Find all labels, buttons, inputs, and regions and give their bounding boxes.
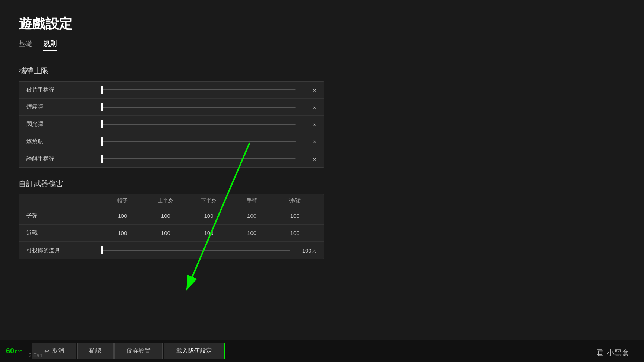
throwable-slider-container[interactable]	[101, 250, 290, 251]
decoy-slider-track-container[interactable]	[101, 158, 296, 159]
molotov-track	[101, 141, 296, 142]
header-empty	[26, 197, 101, 204]
grenade-slider-track-container[interactable]	[101, 89, 296, 90]
tab-rules[interactable]: 規則	[43, 39, 57, 51]
grenade-label: 破片手榴彈	[26, 86, 101, 93]
confirm-label: 確認	[89, 347, 101, 355]
melee-upper[interactable]: 100	[144, 230, 187, 236]
smoke-thumb[interactable]	[101, 103, 103, 111]
flash-label: 閃光彈	[26, 121, 101, 128]
bottom-bar: 60 FPS ↩ 取消 確認 儲存設置 載入隊伍設定 ⧉ 小黑盒	[0, 340, 644, 362]
smoke-track	[101, 107, 296, 108]
confirm-button[interactable]: 確認	[77, 343, 114, 359]
header-upper: 上半身	[144, 197, 187, 204]
header-hat: 帽子	[101, 197, 144, 204]
damage-header: 帽子 上半身 下半身 手臂 褲/裙	[19, 194, 324, 207]
decoy-label: 誘餌手榴彈	[26, 155, 101, 162]
decoy-value: ∞	[302, 156, 316, 162]
throwable-thumb[interactable]	[101, 246, 103, 254]
tab-basic[interactable]: 基礎	[19, 39, 32, 51]
bottom-buttons: ↩ 取消 確認 儲存設置 載入隊伍設定	[32, 343, 225, 359]
load-team-label: 載入隊伍設定	[176, 347, 212, 355]
flash-track	[101, 124, 296, 125]
slider-row-flash: 閃光彈 ∞	[19, 116, 324, 133]
fps-label: FPS	[15, 350, 22, 354]
smoke-label: 煙霧彈	[26, 104, 101, 111]
bullet-hat[interactable]: 100	[101, 213, 144, 219]
load-team-button[interactable]: 載入隊伍設定	[164, 343, 225, 359]
slider-row-smoke: 煙霧彈 ∞	[19, 99, 324, 116]
melee-leg[interactable]: 100	[273, 230, 316, 236]
header-lower: 下半身	[187, 197, 230, 204]
throwable-label: 可投擲的道具	[26, 247, 101, 254]
grenade-track	[101, 89, 296, 90]
molotov-thumb[interactable]	[101, 137, 103, 146]
smoke-slider-track-container[interactable]	[101, 107, 296, 108]
carry-limit-title: 攜帶上限	[19, 66, 625, 76]
fps-display: 60 FPS	[0, 347, 28, 355]
watermark-icon: ⧉	[596, 347, 604, 359]
melee-arm[interactable]: 100	[230, 230, 274, 236]
save-label: 儲存設置	[127, 347, 151, 355]
fps-number: 60	[6, 347, 14, 355]
bullet-upper[interactable]: 100	[144, 213, 187, 219]
watermark-text: 小黑盒	[607, 348, 629, 358]
bullet-lower[interactable]: 100	[187, 213, 230, 219]
header-arm: 手臂	[230, 197, 274, 204]
bullet-leg[interactable]: 100	[273, 213, 316, 219]
cancel-icon: ↩	[44, 347, 49, 355]
bullet-label: 子彈	[26, 212, 101, 219]
melee-hat[interactable]: 100	[101, 230, 144, 236]
melee-lower[interactable]: 100	[187, 230, 230, 236]
tabs: 基礎 規則	[19, 39, 625, 51]
melee-label: 近戰	[26, 229, 101, 236]
table-row-bullet: 子彈 100 100 100 100 100	[19, 207, 324, 225]
molotov-slider-track-container[interactable]	[101, 141, 296, 142]
throwable-row: 可投擲的道具 100%	[19, 242, 324, 259]
cancel-label: 取消	[52, 347, 64, 355]
flash-value: ∞	[302, 121, 316, 127]
smoke-value: ∞	[302, 104, 316, 110]
grenade-thumb[interactable]	[101, 86, 103, 94]
slider-row-decoy: 誘餌手榴彈 ∞	[19, 150, 324, 167]
weapon-damage-panel: 帽子 上半身 下半身 手臂 褲/裙 子彈 100 100 100 100 100…	[19, 194, 324, 259]
molotov-label: 燃燒瓶	[26, 138, 101, 145]
throwable-track	[101, 250, 290, 251]
page-title: 遊戲設定	[19, 15, 625, 33]
carry-limit-panel: 破片手榴彈 ∞ 煙霧彈 ∞ 閃光彈	[19, 81, 324, 168]
molotov-value: ∞	[302, 138, 316, 145]
grenade-value: ∞	[302, 87, 316, 93]
table-row-melee: 近戰 100 100 100 100 100	[19, 225, 324, 242]
watermark: ⧉ 小黑盒	[596, 347, 629, 359]
flash-slider-track-container[interactable]	[101, 124, 296, 125]
weapon-damage-title: 自訂武器傷害	[19, 179, 625, 189]
save-button[interactable]: 儲存設置	[114, 343, 163, 359]
main-content: 遊戲設定 基礎 規則 攜帶上限 破片手榴彈 ∞ 煙霧彈 ∞	[0, 0, 644, 259]
decoy-thumb[interactable]	[101, 155, 103, 163]
throwable-value: 100%	[296, 247, 316, 254]
decoy-track	[101, 158, 296, 159]
slider-row-grenade: 破片手榴彈 ∞	[19, 82, 324, 99]
bottom-left-text: 3 Eah	[29, 352, 42, 358]
header-leg: 褲/裙	[273, 197, 316, 204]
bullet-arm[interactable]: 100	[230, 213, 274, 219]
slider-row-molotov: 燃燒瓶 ∞	[19, 133, 324, 150]
flash-thumb[interactable]	[101, 120, 103, 128]
